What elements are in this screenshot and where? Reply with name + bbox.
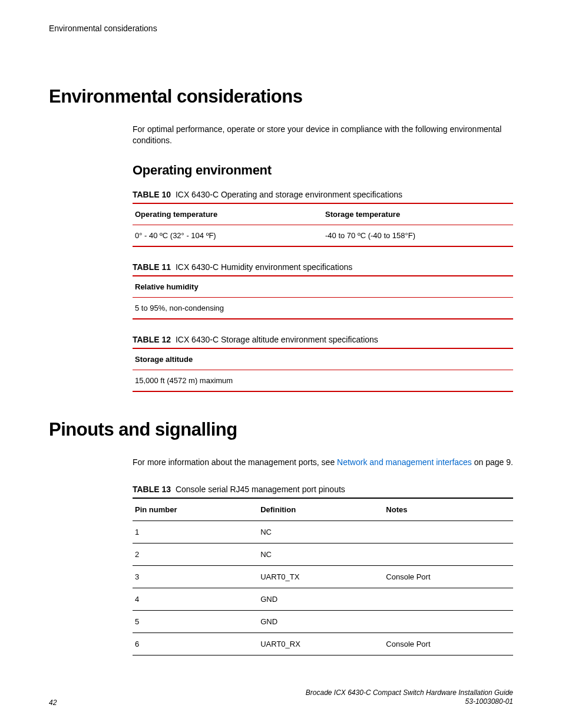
table13-caption-text: Console serial RJ45 management port pino… bbox=[176, 485, 345, 494]
intro-paragraph-pinouts: For more information about the managemen… bbox=[133, 457, 513, 468]
introB-pre: For more information about the managemen… bbox=[133, 457, 337, 467]
heading-operating-environment: Operating environment bbox=[133, 163, 513, 178]
link-network-management-interfaces[interactable]: Network and management interfaces bbox=[337, 457, 472, 467]
table10-head-storage-temp: Storage temperature bbox=[323, 203, 513, 225]
table13-head-definition: Definition bbox=[258, 498, 384, 521]
table-row: 1 NC bbox=[133, 521, 513, 543]
table13-pin: 4 bbox=[133, 588, 258, 610]
table13-def: NC bbox=[258, 543, 384, 565]
table12-head-altitude: Storage altitude bbox=[133, 348, 513, 370]
table10-head-operating-temp: Operating temperature bbox=[133, 203, 323, 225]
table13-notes: Console Port bbox=[384, 633, 513, 655]
table-row: 0° - 40 ºC (32° - 104 ºF) -40 to 70 ºC (… bbox=[133, 225, 513, 246]
table13: Pin number Definition Notes 1 NC 2 NC 3 bbox=[133, 498, 513, 655]
footer-docnum: 53-1003080-01 bbox=[465, 697, 513, 706]
table13-def: UART0_RX bbox=[258, 633, 384, 655]
table12: Storage altitude 15,000 ft (4572 m) maxi… bbox=[133, 348, 513, 392]
table13-def: GND bbox=[258, 588, 384, 610]
table-row: 5 GND bbox=[133, 610, 513, 633]
table13-notes bbox=[384, 610, 513, 633]
table-row: 4 GND bbox=[133, 588, 513, 610]
table12-cell-altitude: 15,000 ft (4572 m) maximum bbox=[133, 370, 513, 391]
table11-cell-humidity: 5 to 95%, non-condensing bbox=[133, 297, 513, 319]
table-row: 2 NC bbox=[133, 543, 513, 565]
table10-caption-text: ICX 6430-C Operating and storage environ… bbox=[176, 190, 402, 199]
table12-caption-text: ICX 6430-C Storage altitude environment … bbox=[176, 335, 378, 344]
table13-pin: 5 bbox=[133, 610, 258, 633]
table13-label: TABLE 13 bbox=[133, 485, 171, 494]
footer-title: Brocade ICX 6430-C Compact Switch Hardwa… bbox=[306, 689, 513, 697]
intro-paragraph-env: For optimal performance, operate or stor… bbox=[133, 124, 513, 146]
introB-post: on page 9. bbox=[472, 457, 513, 467]
table13-pin: 1 bbox=[133, 521, 258, 543]
table13-notes bbox=[384, 543, 513, 565]
table13-caption: TABLE 13 Console serial RJ45 management … bbox=[133, 485, 513, 494]
table13-notes bbox=[384, 521, 513, 543]
table13-def: UART0_TX bbox=[258, 565, 384, 588]
table13-def: GND bbox=[258, 610, 384, 633]
table13-pin: 3 bbox=[133, 565, 258, 588]
table12-label: TABLE 12 bbox=[133, 335, 171, 344]
table11-caption-text: ICX 6430-C Humidity environment specific… bbox=[176, 262, 352, 272]
table-row: 15,000 ft (4572 m) maximum bbox=[133, 370, 513, 391]
table10-label: TABLE 10 bbox=[133, 190, 171, 199]
table10: Operating temperature Storage temperatur… bbox=[133, 203, 513, 247]
table13-def: NC bbox=[258, 521, 384, 543]
table-row: 5 to 95%, non-condensing bbox=[133, 297, 513, 319]
table13-notes: Console Port bbox=[384, 565, 513, 588]
table12-caption: TABLE 12 ICX 6430-C Storage altitude env… bbox=[133, 335, 513, 344]
table10-caption: TABLE 10 ICX 6430-C Operating and storag… bbox=[133, 190, 513, 199]
heading-environmental-considerations: Environmental considerations bbox=[49, 86, 513, 107]
table13-pin: 6 bbox=[133, 633, 258, 655]
page-number: 42 bbox=[49, 699, 57, 707]
heading-pinouts-signalling: Pinouts and signalling bbox=[49, 419, 513, 440]
table13-pin: 2 bbox=[133, 543, 258, 565]
table13-head-pin: Pin number bbox=[133, 498, 258, 521]
table13-head-notes: Notes bbox=[384, 498, 513, 521]
table11-caption: TABLE 11 ICX 6430-C Humidity environment… bbox=[133, 262, 513, 272]
table-row: 6 UART0_RX Console Port bbox=[133, 633, 513, 655]
table13-notes bbox=[384, 588, 513, 610]
running-header: Environmental considerations bbox=[49, 24, 513, 33]
table11-head-humidity: Relative humidity bbox=[133, 276, 513, 298]
table10-cell-operating: 0° - 40 ºC (32° - 104 ºF) bbox=[133, 225, 323, 246]
table10-cell-storage: -40 to 70 ºC (-40 to 158°F) bbox=[323, 225, 513, 246]
table11: Relative humidity 5 to 95%, non-condensi… bbox=[133, 275, 513, 319]
table11-label: TABLE 11 bbox=[133, 262, 171, 272]
table-row: 3 UART0_TX Console Port bbox=[133, 565, 513, 588]
